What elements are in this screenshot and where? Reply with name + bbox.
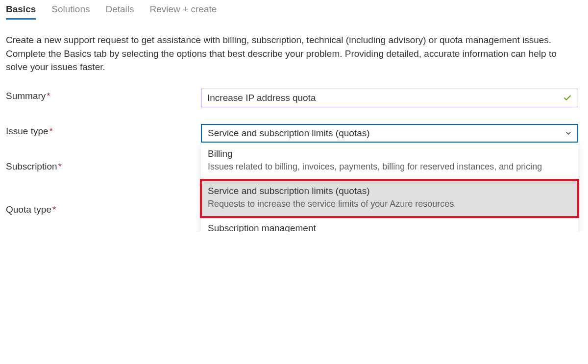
required-icon: * (49, 126, 53, 136)
tab-review-create[interactable]: Review + create (150, 4, 217, 20)
option-service-subscription-limits[interactable]: Service and subscription limits (quotas)… (201, 180, 578, 217)
tab-basics[interactable]: Basics (6, 4, 36, 20)
option-desc: Issues related to billing, invoices, pay… (208, 160, 571, 173)
intro-text: Create a new support request to get assi… (6, 33, 579, 74)
label-subscription-text: Subscription (6, 161, 57, 171)
intro-paragraph-1: Create a new support request to get assi… (6, 33, 579, 47)
option-title: Subscription management (208, 223, 571, 232)
tab-bar: Basics Solutions Details Review + create (6, 0, 582, 20)
intro-paragraph-2: Complete the Basics tab by selecting the… (6, 47, 579, 74)
issue-type-select[interactable]: Service and subscription limits (quotas) (201, 124, 578, 143)
label-summary: Summary* (6, 89, 201, 101)
row-summary: Summary* Increase IP address quota (6, 89, 582, 107)
label-quota-type: Quota type* (6, 202, 201, 215)
option-subscription-management[interactable]: Subscription management Subscription man… (201, 217, 578, 232)
issue-type-dropdown: Billing Issues related to billing, invoi… (201, 143, 578, 232)
required-icon: * (47, 91, 50, 101)
tab-details[interactable]: Details (105, 4, 134, 20)
label-issue-type: Issue type* (6, 124, 201, 137)
tab-solutions[interactable]: Solutions (51, 4, 90, 20)
label-quota-type-text: Quota type (6, 204, 51, 215)
label-subscription: Subscription* (6, 159, 201, 172)
summary-input[interactable]: Increase IP address quota (201, 89, 578, 107)
option-billing[interactable]: Billing Issues related to billing, invoi… (201, 143, 578, 180)
form: Summary* Increase IP address quota Issue… (6, 89, 582, 215)
required-icon: * (58, 161, 62, 171)
option-title: Billing (208, 148, 571, 159)
check-icon (563, 94, 572, 102)
row-issue-type: Issue type* Service and subscription lim… (6, 124, 582, 143)
issue-type-value: Service and subscription limits (quotas) (208, 128, 564, 139)
label-summary-text: Summary (6, 91, 46, 101)
label-issue-type-text: Issue type (6, 126, 49, 136)
summary-value: Increase IP address quota (207, 93, 563, 103)
required-icon: * (52, 204, 56, 215)
option-desc: Requests to increase the service limits … (208, 197, 571, 210)
chevron-down-icon (564, 129, 572, 137)
option-title: Service and subscription limits (quotas) (208, 186, 571, 196)
